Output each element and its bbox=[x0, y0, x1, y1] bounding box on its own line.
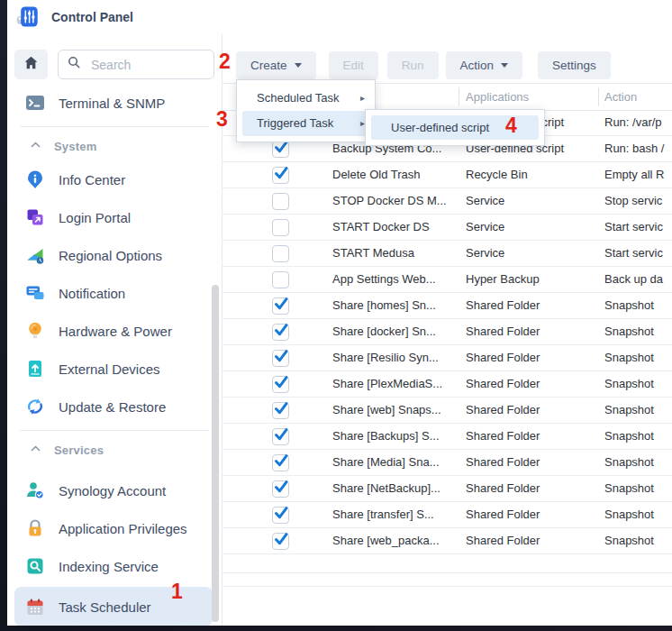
table-row[interactable]: Share [web_packa...Shared FolderSnapshot bbox=[222, 528, 672, 554]
table-row[interactable]: Share [web] Snaps...Shared FolderSnapsho… bbox=[222, 398, 672, 424]
search-box[interactable] bbox=[58, 50, 214, 79]
action-cell: Snapshot bbox=[604, 371, 654, 397]
annotation-4: 4 bbox=[505, 115, 517, 136]
action-cell: Empty all R bbox=[604, 162, 664, 187]
sidebar-group-label: Services bbox=[54, 444, 104, 457]
sidebar-item-label: Indexing Service bbox=[59, 559, 159, 574]
sidebar-item-task-scheduler[interactable]: Task Scheduler bbox=[14, 587, 213, 626]
create-menu: Scheduled Task▸Triggered Task▸ bbox=[236, 79, 376, 142]
table-row[interactable]: STOP Docker DS M...ServiceStop servic bbox=[222, 188, 672, 215]
checkbox-checked[interactable] bbox=[272, 402, 289, 419]
table-row[interactable]: START Docker DSServiceStart servic bbox=[222, 215, 672, 241]
table-row[interactable]: App Settings Web...Hyper BackupBack up d… bbox=[222, 267, 672, 293]
column-header-action[interactable]: Action bbox=[604, 84, 637, 110]
table-row[interactable]: Share [Resilio Syn...Shared FolderSnapsh… bbox=[222, 345, 672, 371]
applications-cell: Service bbox=[466, 215, 504, 240]
checkbox-checked[interactable] bbox=[272, 141, 289, 158]
task-name-cell: Delete Old Trash bbox=[332, 162, 421, 187]
edit-button: Edit bbox=[329, 51, 378, 79]
menu-item-scheduled-task[interactable]: Scheduled Task▸ bbox=[237, 86, 375, 111]
checkbox-unchecked[interactable] bbox=[272, 271, 289, 288]
checkbox-unchecked[interactable] bbox=[272, 219, 289, 236]
sidebar-divider bbox=[20, 430, 209, 431]
checkbox-checked[interactable] bbox=[272, 480, 289, 498]
update-restore-icon bbox=[25, 397, 45, 416]
action-cell: Run: /var/p bbox=[604, 110, 662, 135]
checkbox-unchecked[interactable] bbox=[272, 193, 289, 210]
sidebar-item-indexing-service[interactable]: Indexing Service bbox=[7, 547, 222, 585]
sidebar-item-synology-account[interactable]: Synology Account bbox=[7, 471, 222, 509]
search-input[interactable] bbox=[89, 57, 201, 73]
home-icon bbox=[23, 54, 40, 75]
annotation-1: 1 bbox=[171, 581, 183, 602]
task-name-cell: Share [Backups] S... bbox=[332, 424, 440, 449]
sidebar-item-update-restore[interactable]: Update & Restore bbox=[7, 388, 222, 425]
settings-button[interactable]: Settings bbox=[538, 51, 611, 79]
checkbox-checked[interactable] bbox=[272, 507, 289, 524]
table-row[interactable]: Share [transfer] S...Shared FolderSnapsh… bbox=[222, 502, 672, 528]
sidebar-item-external-devices[interactable]: External Devices bbox=[7, 350, 222, 388]
home-button[interactable] bbox=[14, 50, 48, 79]
create-button[interactable]: Create bbox=[236, 51, 316, 79]
sidebar-group-services[interactable]: Services bbox=[7, 435, 222, 464]
group-gap bbox=[7, 464, 222, 471]
table-row[interactable]: Share [homes] Sn...Shared FolderSnapshot bbox=[222, 293, 672, 319]
column-separator bbox=[459, 87, 459, 106]
titlebar: Control Panel bbox=[7, 0, 672, 34]
application-privileges-icon bbox=[25, 518, 45, 538]
external-devices-icon bbox=[25, 359, 45, 379]
checkbox-checked[interactable] bbox=[272, 533, 289, 550]
checkbox-checked[interactable] bbox=[272, 376, 289, 393]
checkbox-checked[interactable] bbox=[272, 428, 289, 445]
checkbox-checked[interactable] bbox=[272, 297, 289, 315]
synology-account-icon bbox=[25, 480, 45, 500]
sidebar-item-terminal-snmp[interactable]: Terminal & SNMP bbox=[7, 84, 222, 122]
task-name-cell: Share [Resilio Syn... bbox=[332, 345, 439, 370]
table-row[interactable]: Share [Media] Sna...Shared FolderSnapsho… bbox=[222, 450, 672, 476]
table-row[interactable]: Share [NetBackup]...Shared FolderSnapsho… bbox=[222, 476, 672, 502]
caret-down-icon bbox=[295, 63, 302, 68]
checkbox-checked[interactable] bbox=[272, 167, 289, 184]
sidebar-item-login-portal[interactable]: Login Portal bbox=[7, 198, 222, 236]
sidebar-item-label: External Devices bbox=[59, 361, 160, 377]
table-row[interactable]: Share [Backups] S...Shared FolderSnapsho… bbox=[222, 424, 672, 450]
sidebar-item-regional-options[interactable]: Regional Options bbox=[7, 236, 222, 274]
checkbox-checked[interactable] bbox=[272, 454, 289, 471]
button-label: Edit bbox=[343, 59, 364, 72]
button-label: Run bbox=[402, 59, 424, 72]
sidebar-scrollbar[interactable] bbox=[212, 285, 219, 622]
action-cell: Snapshot bbox=[604, 319, 654, 344]
sidebar-item-application-privileges[interactable]: Application Privileges bbox=[7, 509, 222, 547]
action-cell: Back up da bbox=[604, 267, 663, 292]
empty-row bbox=[222, 554, 672, 573]
action-button[interactable]: Action bbox=[446, 51, 523, 79]
table-row[interactable]: Delete Old TrashRecycle BinEmpty all R bbox=[222, 162, 672, 188]
applications-cell: Shared Folder bbox=[466, 345, 540, 370]
sidebar-item-notification[interactable]: Notification bbox=[7, 274, 222, 312]
task-name-cell: Share [Media] Sna... bbox=[332, 450, 440, 475]
column-header-applications[interactable]: Applications bbox=[466, 84, 529, 110]
task-name-cell: Share [homes] Sn... bbox=[332, 293, 436, 318]
sidebar-group-system[interactable]: System bbox=[7, 132, 222, 160]
table-row[interactable]: START MedusaServiceStart servic bbox=[222, 241, 672, 267]
applications-cell: Hyper Backup bbox=[466, 267, 540, 292]
task-name-cell: App Settings Web... bbox=[332, 267, 436, 292]
menu-item-triggered-task[interactable]: Triggered Task▸ bbox=[242, 111, 369, 136]
sidebar-item-hardware-power[interactable]: Hardware & Power bbox=[7, 312, 222, 350]
sidebar-item-info-center[interactable]: Info Center bbox=[7, 160, 222, 198]
checkbox-unchecked[interactable] bbox=[272, 245, 289, 262]
sidebar-item-label: Info Center bbox=[59, 172, 125, 187]
control-panel-window: Control Panel Terminal & SNMPSystemInfo … bbox=[7, 0, 672, 626]
control-panel-icon bbox=[15, 5, 40, 29]
checkbox-checked[interactable] bbox=[272, 324, 289, 341]
annotation-2: 2 bbox=[219, 51, 231, 72]
sidebar-divider bbox=[20, 126, 209, 127]
checkbox-checked[interactable] bbox=[272, 350, 289, 367]
sidebar-nav: Terminal & SNMPSystemInfo CenterLogin Po… bbox=[7, 82, 222, 626]
table-row[interactable]: Share [docker] Sn...Shared FolderSnapsho… bbox=[222, 319, 672, 345]
task-name-cell: Share [PlexMediaS... bbox=[332, 371, 442, 397]
table-row[interactable]: Share [PlexMediaS...Shared FolderSnapsho… bbox=[222, 371, 672, 398]
action-cell: Snapshot bbox=[604, 398, 654, 423]
terminal-icon bbox=[25, 93, 45, 113]
hardware-power-icon bbox=[25, 321, 45, 341]
